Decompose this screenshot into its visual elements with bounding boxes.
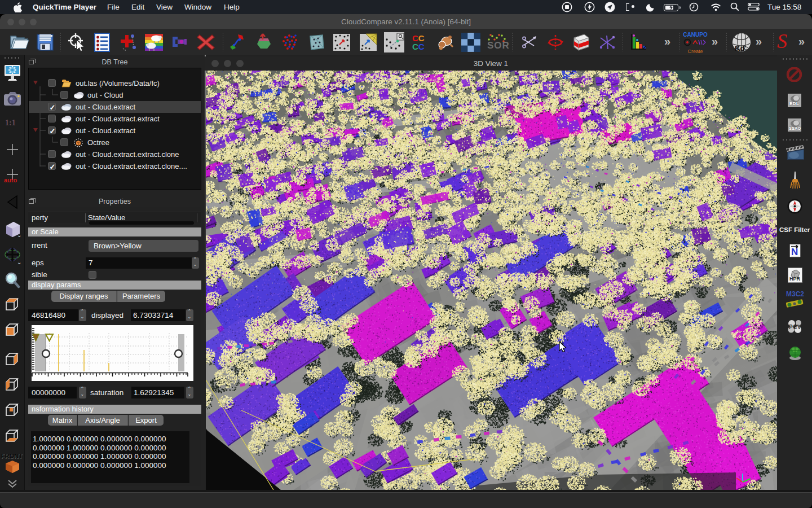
svg-text:N: N (791, 247, 798, 257)
